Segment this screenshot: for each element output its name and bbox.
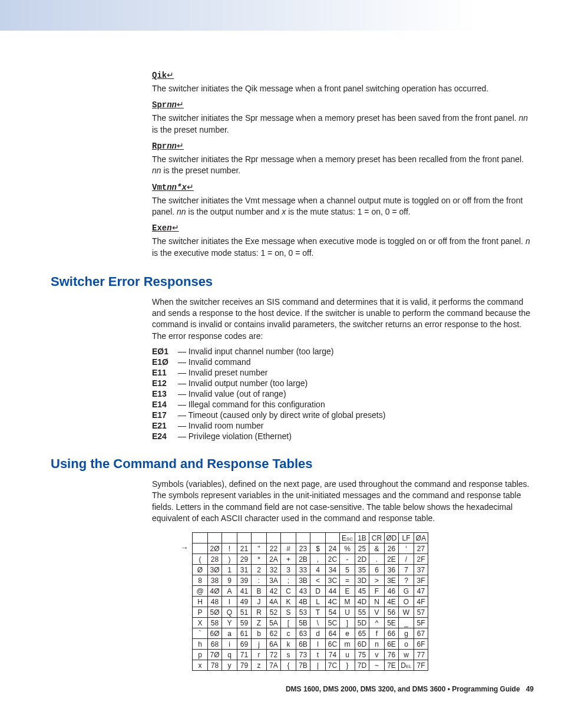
enter-icon: ↵ [172,223,179,232]
error-item: E13 — Invalid value (out of range) [152,389,534,398]
page-header-bar [0,0,562,31]
cmd-vmt-desc: The switcher initiates the Vmt message w… [152,195,534,218]
error-list: EØ1 — Invalid input channel number (too … [152,347,534,441]
footer-page-number: 49 [526,685,534,693]
ascii-hex-table: Esc1BCRØDLFØA2Ø!21"22#23$24%25&26‘27(28)… [192,532,428,671]
cmd-rpr-desc: The switcher initiates the Rpr message w… [152,154,534,177]
enter-icon: ↵ [187,182,194,192]
cmd-spr-desc: The switcher initiates the Spr message w… [152,113,534,136]
error-item: E14 — Illegal command for this configura… [152,400,534,409]
error-item: E17 — Timeout (caused only by direct wri… [152,410,534,420]
cmd-code: Exe [152,223,167,233]
error-item: E11 — Invalid preset number [152,368,534,377]
cmd-suffix: nn [167,100,177,110]
cmd-spr-header: Sprnn↵ [152,100,534,110]
enter-icon: ↵ [167,70,174,80]
cmd-code: Qik [152,71,167,80]
cmd-qik-header: Qik↵ [152,70,534,80]
enter-icon: ↵ [177,100,184,109]
error-item: E1Ø — Invalid command [152,357,534,367]
cmd-vmt-header: Vmtnn*x↵ [152,182,534,192]
error-item: E24 — Privilege violation (Ethernet) [152,431,534,441]
cmd-suffix: n [167,223,171,233]
cmd-code: Spr [152,100,167,110]
error-intro: When the switcher receives an SIS comman… [152,297,534,342]
cmd-suffix: nn*x [167,183,187,192]
space-arrow-icon: → [180,543,189,552]
error-item: EØ1 — Invalid input channel number (too … [152,347,534,356]
page-footer: DMS 1600, DMS 2000, DMS 3200, and DMS 36… [0,685,534,717]
heading-command-tables: Using the Command and Response Tables [51,456,534,472]
page-content: Qik↵ The switcher initiates the Qik mess… [0,31,562,671]
enter-icon: ↵ [177,141,184,150]
error-item: E12 — Invalid output number (too large) [152,378,534,388]
tables-intro: Symbols (variables), defined on the next… [152,479,534,524]
cmd-exe-desc: The switcher initiates the Exe message w… [152,236,534,259]
cmd-code: Vmt [152,183,167,192]
cmd-rpr-header: Rprnn↵ [152,141,534,151]
cmd-suffix: nn [167,141,177,151]
cmd-code: Rpr [152,141,167,151]
heading-error-responses: Switcher Error Responses [51,274,534,289]
footer-title: DMS 1600, DMS 2000, DMS 3200, and DMS 36… [286,685,520,693]
cmd-qik-desc: The switcher initiates the Qik message w… [152,83,534,94]
cmd-exe-header: Exen↵ [152,223,534,233]
error-item: E21 — Invalid room number [152,421,534,430]
